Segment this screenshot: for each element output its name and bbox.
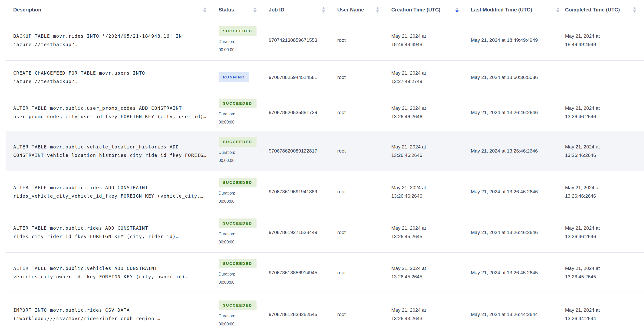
creation-time-cell: May 21, 2024 at 13:26:43:2643 bbox=[391, 293, 471, 329]
creation-time-line-2: 18:49:48:4948 bbox=[391, 40, 471, 49]
sort-descending-icon[interactable] bbox=[322, 10, 325, 13]
sort-control[interactable] bbox=[376, 7, 379, 13]
status-badge: RUNNING bbox=[219, 72, 249, 82]
duration-block: Duration: 00:00:00 bbox=[219, 312, 269, 328]
description-cell: IMPORT INTO movr.public.rides CSV DATA (… bbox=[6, 293, 219, 329]
creation-time-line-1: May 21, 2024 at bbox=[391, 104, 471, 112]
creation-time-cell: May 21, 2024 at 18:49:48:4948 bbox=[391, 20, 471, 60]
last-modified-time-value: May 21, 2024 at 18:50:36:5036 bbox=[471, 73, 565, 81]
user-name-cell: root bbox=[337, 60, 391, 94]
job-id-value: 970678618856914945 bbox=[269, 268, 332, 277]
last-modified-time-cell: May 21, 2024 at 13:26:46:2646 bbox=[471, 131, 565, 171]
column-label-job-id[interactable]: Job ID bbox=[269, 7, 284, 15]
description-cell: ALTER TABLE movr.public.user_promo_codes… bbox=[6, 94, 219, 131]
job-id-cell: 970678612838252545 bbox=[269, 293, 337, 329]
creation-time-line-1: May 21, 2024 at bbox=[391, 264, 471, 272]
description-line-1: ALTER TABLE movr.public.rides ADD CONSTR… bbox=[13, 224, 213, 232]
user-name-value: root bbox=[337, 147, 386, 155]
sort-control[interactable] bbox=[322, 7, 325, 13]
duration-value: 00:00:00 bbox=[219, 278, 269, 286]
job-id-value: 970678620089122817 bbox=[269, 147, 332, 155]
sort-ascending-icon[interactable] bbox=[633, 7, 636, 9]
completed-time-line-1: May 21, 2024 at bbox=[565, 306, 644, 314]
sort-ascending-icon[interactable] bbox=[376, 7, 379, 9]
last-modified-time-value: May 21, 2024 at 13:26:46:2646 bbox=[471, 187, 565, 196]
column-header-user-name[interactable]: User Name bbox=[337, 0, 391, 20]
creation-time-line-2: 13:27:49:2749 bbox=[391, 77, 471, 86]
user-name-value: root bbox=[337, 228, 386, 237]
user-name-cell: root bbox=[337, 212, 391, 252]
description-line-1: ALTER TABLE movr.public.rides ADD CONSTR… bbox=[13, 183, 213, 192]
sort-control[interactable] bbox=[556, 7, 559, 13]
column-header-job-id[interactable]: Job ID bbox=[269, 0, 337, 20]
last-modified-time-cell: May 21, 2024 at 13:26:45:2645 bbox=[471, 252, 565, 293]
creation-time-line-2: 13:26:46:2646 bbox=[391, 192, 471, 200]
last-modified-time-value: May 21, 2024 at 18:49:49:4949 bbox=[471, 36, 565, 44]
creation-time-cell: May 21, 2024 at 13:26:46:2646 bbox=[391, 131, 471, 171]
column-header-status[interactable]: Status bbox=[219, 0, 269, 20]
sort-control[interactable] bbox=[253, 7, 257, 13]
user-name-cell: root bbox=[337, 20, 391, 60]
description-line-1: BACKUP TABLE movr.rides INTO '/2024/05/2… bbox=[13, 32, 213, 40]
user-name-value: root bbox=[337, 310, 386, 319]
job-row: ALTER TABLE movr.public.user_promo_codes… bbox=[6, 94, 644, 131]
completed-time-line-1: May 21, 2024 at bbox=[565, 224, 644, 232]
description-line-2: user_promo_codes_city_user_id_fkey FOREI… bbox=[13, 112, 213, 121]
table-header: Description Status J bbox=[6, 0, 644, 20]
sort-descending-icon[interactable] bbox=[376, 10, 379, 13]
column-header-description[interactable]: Description bbox=[6, 0, 219, 20]
column-header-creation-time[interactable]: Creation Time (UTC) bbox=[391, 0, 471, 20]
column-header-completed-time[interactable]: Completed Time (UTC) bbox=[565, 0, 644, 20]
user-name-cell: root bbox=[337, 94, 391, 131]
user-name-value: root bbox=[337, 108, 386, 117]
duration-value: 00:00:00 bbox=[219, 320, 269, 328]
description-cell: CREATE CHANGEFEED FOR TABLE movr.users I… bbox=[6, 60, 219, 94]
user-name-value: root bbox=[337, 36, 386, 44]
completed-time-line-1: May 21, 2024 at bbox=[565, 183, 644, 192]
sort-descending-icon[interactable] bbox=[455, 10, 459, 13]
completed-time-line-2: 13:26:44:2644 bbox=[565, 314, 644, 323]
sort-control[interactable] bbox=[455, 7, 459, 13]
job-id-value: 970742130859671553 bbox=[269, 36, 332, 44]
job-row: IMPORT INTO movr.public.rides CSV DATA (… bbox=[6, 293, 644, 329]
completed-time-line-2: 13:26:46:2646 bbox=[565, 192, 644, 200]
sort-descending-icon[interactable] bbox=[203, 10, 206, 13]
description-line-2: vehicles_city_owner_id_fkey FOREIGN KEY … bbox=[13, 272, 213, 281]
sort-ascending-icon[interactable] bbox=[203, 7, 206, 9]
sort-control[interactable] bbox=[203, 7, 206, 13]
completed-time-line-2: 13:26:45:2645 bbox=[565, 272, 644, 281]
creation-time-line-1: May 21, 2024 at bbox=[391, 306, 471, 314]
completed-time-line-2: 13:26:46:2646 bbox=[565, 232, 644, 241]
job-id-cell: 970678825944514561 bbox=[269, 60, 337, 94]
sort-ascending-icon[interactable] bbox=[253, 7, 257, 9]
sort-ascending-icon[interactable] bbox=[556, 7, 559, 9]
column-label-description[interactable]: Description bbox=[13, 7, 41, 15]
last-modified-time-value: May 21, 2024 at 13:26:45:2645 bbox=[471, 268, 565, 277]
job-id-cell: 970742130859671553 bbox=[269, 20, 337, 60]
last-modified-time-cell: May 21, 2024 at 18:49:49:4949 bbox=[471, 20, 565, 60]
duration-value: 00:00:00 bbox=[219, 46, 269, 54]
column-label-completed-time[interactable]: Completed Time (UTC) bbox=[565, 7, 620, 15]
column-label-creation-time[interactable]: Creation Time (UTC) bbox=[391, 7, 440, 15]
column-label-user-name[interactable]: User Name bbox=[337, 7, 364, 15]
user-name-cell: root bbox=[337, 171, 391, 212]
completed-time-cell: May 21, 2024 at 13:26:44:2644 bbox=[565, 293, 644, 329]
status-badge: SUCCEEDED bbox=[219, 137, 257, 147]
creation-time-line-2: 13:26:43:2643 bbox=[391, 314, 471, 323]
column-header-last-modified-time[interactable]: Last Modified Time (UTC) bbox=[471, 0, 565, 20]
sort-descending-icon[interactable] bbox=[253, 10, 257, 13]
sort-descending-icon[interactable] bbox=[556, 10, 559, 13]
column-label-last-modified-time[interactable]: Last Modified Time (UTC) bbox=[471, 7, 532, 15]
column-label-status[interactable]: Status bbox=[219, 7, 234, 15]
completed-time-line-1: May 21, 2024 at bbox=[565, 104, 644, 112]
sort-ascending-icon[interactable] bbox=[322, 7, 325, 9]
sort-descending-icon[interactable] bbox=[633, 10, 636, 13]
status-cell: SUCCEEDED Duration: 00:00:00 bbox=[219, 252, 269, 293]
duration-label: Duration: bbox=[219, 230, 269, 238]
status-badge: SUCCEEDED bbox=[219, 99, 257, 108]
description-line-1: ALTER TABLE movr.public.user_promo_codes… bbox=[13, 104, 213, 112]
sort-ascending-icon[interactable] bbox=[455, 7, 459, 9]
sort-control[interactable] bbox=[633, 7, 636, 13]
duration-block: Duration: 00:00:00 bbox=[219, 189, 269, 205]
job-id-value: 970678619271528449 bbox=[269, 228, 332, 237]
